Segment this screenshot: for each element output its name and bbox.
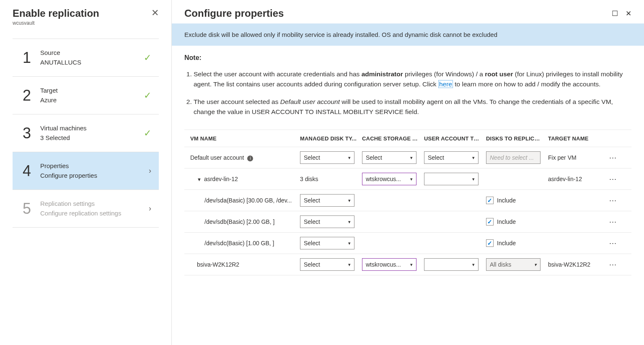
col-disks-replicate: DISKS TO REPLICATE <box>484 131 546 146</box>
note-list: Select the user account with accurate cr… <box>184 69 631 117</box>
info-icon[interactable]: i <box>247 156 253 161</box>
vm-table: VM NAME MANAGED DISK TY... CACHE STORAGE… <box>184 130 631 275</box>
disks-replicate-select: All disks▾ <box>486 258 541 271</box>
disk-name: /dev/sda(Basic) [30.00 GB, /dev... <box>184 193 297 208</box>
col-target-name: TARGET NAME <box>546 131 604 146</box>
managed-disk-select[interactable]: Select▾ <box>300 151 354 164</box>
step-number: 1 <box>20 49 34 67</box>
cache-storage-select[interactable]: Select▾ <box>362 151 416 164</box>
chevron-down-icon: ▾ <box>348 262 351 267</box>
more-icon[interactable]: ··· <box>609 175 617 183</box>
close-icon[interactable]: ✕ <box>626 9 631 18</box>
managed-disk-select[interactable]: Select▾ <box>300 237 354 249</box>
check-icon: ✓ <box>144 90 151 101</box>
user-account-select[interactable]: Select▾ <box>424 151 478 164</box>
close-icon[interactable]: ✕ <box>151 8 159 18</box>
chevron-down-icon: ▾ <box>410 155 413 161</box>
more-icon[interactable]: ··· <box>609 239 617 247</box>
checkbox-icon: ✓ <box>486 239 494 247</box>
learn-more-link[interactable]: here <box>438 80 453 88</box>
more-icon[interactable]: ··· <box>609 196 617 205</box>
user-account-select[interactable]: ▾ <box>424 258 478 271</box>
col-vm-name: VM NAME <box>184 131 297 146</box>
chevron-down-icon: ▾ <box>348 198 351 203</box>
step-number: 5 <box>20 200 34 218</box>
chevron-down-icon: ▾ <box>534 262 537 267</box>
chevron-down-icon: ▾ <box>410 176 413 182</box>
disks-count: 3 disks <box>297 171 360 187</box>
row-disk: /dev/sda(Basic) [30.00 GB, /dev... Selec… <box>184 190 631 211</box>
more-icon[interactable]: ··· <box>609 153 617 162</box>
main-panel: Configure properties ☐ ✕ Exclude disk wi… <box>172 0 644 345</box>
chevron-down-icon: ▾ <box>472 155 475 161</box>
check-icon: ✓ <box>144 128 151 139</box>
disks-replicate-select: Need to select ... <box>486 151 541 164</box>
step-label: Properties <box>40 161 149 171</box>
step-virtual-machines[interactable]: 3 Virtual machines 3 Selected ✓ <box>13 114 159 152</box>
vm-name-cell[interactable]: ▼asrdev-lin-12 <box>184 171 297 187</box>
col-cache-storage: CACHE STORAGE A... <box>360 131 422 146</box>
step-value: Azure <box>40 96 144 105</box>
chevron-down-icon: ▾ <box>410 262 413 267</box>
step-value: ANUTALLUCS <box>40 58 144 67</box>
include-checkbox[interactable]: ✓ Include <box>486 218 516 226</box>
user-account-select[interactable]: ▾ <box>424 173 478 185</box>
row-disk: /dev/sdc(Basic) [1.00 GB, ] Select▾ ✓ In… <box>184 233 631 254</box>
cache-storage-select[interactable]: wtskrowcus...▾ <box>362 173 416 185</box>
step-value: Configure properties <box>40 171 149 181</box>
step-source[interactable]: 1 Source ANUTALLUCS ✓ <box>13 39 159 76</box>
info-banner: Exclude disk will be allowed only if mob… <box>172 23 644 46</box>
step-label: Replication settings <box>40 199 149 209</box>
checkbox-icon: ✓ <box>486 197 494 204</box>
note-item-1: Select the user account with accurate cr… <box>194 69 631 89</box>
managed-disk-select[interactable]: Select▾ <box>300 258 354 271</box>
step-value: 3 Selected <box>40 133 144 143</box>
step-number: 3 <box>20 125 34 142</box>
step-number: 2 <box>20 87 34 104</box>
step-label: Virtual machines <box>40 124 144 133</box>
cache-storage-select[interactable]: wtskrowcus...▾ <box>362 258 416 271</box>
maximize-icon[interactable]: ☐ <box>612 9 618 18</box>
step-replication-settings: 5 Replication settings Configure replica… <box>13 189 159 228</box>
step-target[interactable]: 2 Target Azure ✓ <box>13 76 159 114</box>
col-managed-disk: MANAGED DISK TY... <box>297 131 360 146</box>
col-user-account: USER ACCOUNT TO... <box>422 131 484 146</box>
row-disk: /dev/sdb(Basic) [2.00 GB, ] Select▾ ✓ In… <box>184 211 631 233</box>
vm-name-cell[interactable]: bsiva-W2K12R2 <box>184 257 297 272</box>
row-vm: bsiva-W2K12R2 Select▾ wtskrowcus...▾ ▾ A… <box>184 254 631 275</box>
checkbox-icon: ✓ <box>486 218 494 226</box>
more-icon[interactable]: ··· <box>609 260 617 269</box>
chevron-right-icon: › <box>149 166 151 175</box>
more-icon[interactable]: ··· <box>609 218 617 226</box>
managed-disk-select[interactable]: Select▾ <box>300 215 354 228</box>
chevron-down-icon: ▾ <box>348 155 351 161</box>
chevron-right-icon: › <box>149 204 151 213</box>
include-checkbox[interactable]: ✓ Include <box>486 239 516 247</box>
target-name: Fix per VM <box>546 150 604 165</box>
wizard-subtitle: wcusvault <box>13 20 99 26</box>
target-name: asrdev-lin-12 <box>546 171 604 187</box>
chevron-down-icon: ▾ <box>348 241 351 246</box>
managed-disk-select[interactable]: Select▾ <box>300 194 354 207</box>
chevron-down-icon: ▾ <box>348 219 351 225</box>
include-checkbox[interactable]: ✓ Include <box>486 197 516 204</box>
wizard-title: Enable replication <box>13 8 99 19</box>
step-properties[interactable]: 4 Properties Configure properties › <box>13 152 159 189</box>
page-title: Configure properties <box>184 8 284 19</box>
disk-name: /dev/sdc(Basic) [1.00 GB, ] <box>184 236 297 251</box>
step-number: 4 <box>20 162 34 180</box>
expand-icon[interactable]: ▼ <box>197 177 202 182</box>
cell-label: Default user account <box>190 154 244 161</box>
wizard-sidebar: Enable replication wcusvault ✕ 1 Source … <box>0 0 172 345</box>
wizard-steps: 1 Source ANUTALLUCS ✓ 2 Target Azure ✓ 3… <box>13 39 159 228</box>
target-name: bsiva-W2K12R2 <box>546 257 604 272</box>
table-header: VM NAME MANAGED DISK TY... CACHE STORAGE… <box>184 130 631 147</box>
chevron-down-icon: ▾ <box>472 176 475 182</box>
disk-name: /dev/sdb(Basic) [2.00 GB, ] <box>184 214 297 229</box>
note-heading: Note: <box>184 54 631 62</box>
step-label: Source <box>40 48 144 58</box>
note-item-2: The user account selected as Default use… <box>194 97 631 117</box>
step-label: Target <box>40 86 144 96</box>
row-vm: ▼asrdev-lin-12 3 disks wtskrowcus...▾ ▾ … <box>184 169 631 190</box>
row-default-account: Default user account i Select▾ Select▾ S… <box>184 147 631 169</box>
